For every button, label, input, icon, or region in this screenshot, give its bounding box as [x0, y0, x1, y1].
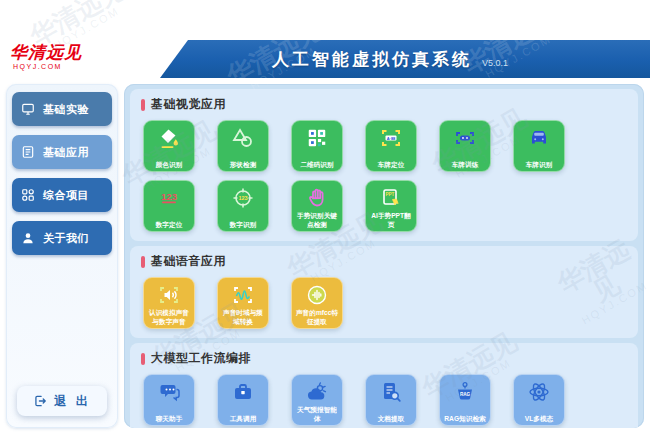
section-title: 基础视觉应用 — [151, 96, 226, 113]
qr-code-icon — [306, 125, 328, 151]
app-tile-label: 二维码识别 — [294, 160, 340, 169]
app-tile[interactable]: PPTAI手势PPT翻页 — [365, 180, 417, 232]
section-panel: 基础语音应用认识模拟声音与数字声音声音时域与频域转换声音的mfcc特征提取 — [130, 246, 638, 338]
shapes-icon — [231, 125, 255, 151]
app-tile[interactable]: 手势识别关键点检测 — [291, 180, 343, 232]
app-tile-label: 数字定位 — [146, 220, 192, 229]
app-tile-label: AI手势PPT翻页 — [368, 211, 414, 228]
app-tile[interactable]: VL多模态 — [513, 374, 565, 426]
app-tile-label: RAG知识检索 — [442, 414, 488, 423]
numbers-icon: 123 — [157, 185, 181, 211]
app-tile-label: 颜色识别 — [146, 160, 192, 169]
sidebar-item-label: 基础实验 — [43, 102, 89, 117]
sidebar-item-integrated-projects[interactable]: 综合项目 — [12, 178, 112, 212]
app-tile[interactable]: 二维码识别 — [291, 120, 343, 172]
ppt-icon: PPT — [379, 185, 403, 211]
svg-text:A·88: A·88 — [387, 136, 396, 141]
target-numbers-icon: 123 — [231, 185, 255, 211]
exit-button[interactable]: 退 出 — [17, 386, 107, 416]
app-tile[interactable]: 123数字定位 — [143, 180, 195, 232]
app-tile-label: 认识模拟声音与数字声音 — [146, 308, 192, 325]
app-tile[interactable]: 车牌识别 — [513, 120, 565, 172]
app-tile[interactable]: 车牌训练 — [439, 120, 491, 172]
sidebar-menu: 基础实验基础应用综合项目关于我们 — [12, 92, 112, 255]
svg-text:PPT: PPT — [386, 192, 395, 197]
tile-grid: 认识模拟声音与数字声音声音时域与频域转换声音的mfcc特征提取 — [141, 277, 627, 329]
grid-icon — [21, 188, 35, 202]
paint-bucket-icon — [157, 125, 181, 151]
version-label: V5.0.1 — [482, 58, 508, 68]
rag-box-icon: RAG — [453, 379, 477, 405]
section-header: 基础语音应用 — [141, 253, 627, 270]
sidebar-item-basic-experiments[interactable]: 基础实验 — [12, 92, 112, 126]
app-tile-label: 工具调用 — [220, 414, 266, 423]
app-tile-label: 形状检测 — [220, 160, 266, 169]
section-header: 基础视觉应用 — [141, 96, 627, 113]
exit-button-label: 退 出 — [54, 393, 90, 410]
app-tile-label: 手势识别关键点检测 — [294, 211, 340, 228]
tile-grid: 颜色识别形状检测二维码识别A·88车牌定位车牌训练车牌识别123数字定位123数… — [141, 120, 627, 232]
svg-text:123: 123 — [161, 191, 177, 202]
tile-grid: 聊天助手工具调用天气预报智能体文档提取RAGRAG知识检索VL多模态自定义 — [141, 374, 627, 428]
svg-text:123: 123 — [238, 195, 247, 201]
sidebar-item-about-us[interactable]: 关于我们 — [12, 221, 112, 255]
app-tile[interactable]: 文档提取 — [365, 374, 417, 426]
clipboard-icon — [21, 145, 35, 159]
section-accent-bar — [141, 99, 145, 111]
logo-subtitle: HQYJ.COM — [10, 63, 188, 71]
app-tile[interactable]: 天气预报智能体 — [291, 374, 343, 426]
app-tile-label: 车牌训练 — [442, 160, 488, 169]
app-tile[interactable]: 认识模拟声音与数字声音 — [143, 277, 195, 329]
hand-icon — [305, 185, 329, 211]
car-icon — [527, 125, 551, 151]
app-tile[interactable]: 工具调用 — [217, 374, 269, 426]
page-title: 人工智能虚拟仿真系统 — [272, 48, 472, 71]
app-tile-label: 天气预报智能体 — [294, 405, 340, 422]
sidebar-item-label: 基础应用 — [43, 145, 89, 160]
section-header: 大模型工作流编排 — [141, 350, 627, 367]
sidebar-item-label: 综合项目 — [43, 188, 89, 203]
waveform-icon — [231, 282, 255, 308]
atom-icon — [527, 379, 551, 405]
app-tile-label: 聊天助手 — [146, 414, 192, 423]
sidebar-item-basic-apps[interactable]: 基础应用 — [12, 135, 112, 169]
main-content: 基础视觉应用颜色识别形状检测二维码识别A·88车牌定位车牌训练车牌识别123数字… — [124, 84, 644, 428]
section-accent-bar — [141, 256, 145, 268]
section-panel: 大模型工作流编排聊天助手工具调用天气预报智能体文档提取RAGRAG知识检索VL多… — [130, 343, 638, 428]
app-tile[interactable]: 声音的mfcc特征提取 — [291, 277, 343, 329]
app-tile-label: 声音时域与频域转换 — [220, 308, 266, 325]
app-tile[interactable]: 聊天助手 — [143, 374, 195, 426]
section-panel: 基础视觉应用颜色识别形状检测二维码识别A·88车牌定位车牌训练车牌识别123数字… — [130, 89, 638, 241]
app-tile-label: 声音的mfcc特征提取 — [294, 308, 340, 325]
app-tile[interactable]: 颜色识别 — [143, 120, 195, 172]
app-tile[interactable]: RAGRAG知识检索 — [439, 374, 491, 426]
monitor-icon — [21, 102, 35, 116]
header-title-wrap: 人工智能虚拟仿真系统 V5.0.1 — [130, 40, 650, 78]
app-tile[interactable]: 123数字识别 — [217, 180, 269, 232]
speaker-icon — [157, 282, 181, 308]
sidebar-item-label: 关于我们 — [43, 231, 89, 246]
doc-search-icon — [379, 379, 403, 405]
logout-icon — [33, 394, 47, 408]
sidebar: 基础实验基础应用综合项目关于我们 退 出 — [6, 84, 118, 428]
header: 华清远见 HQYJ.COM 人工智能虚拟仿真系统 V5.0.1 — [0, 40, 650, 78]
app-tile-label: 文档提取 — [368, 414, 414, 423]
toolbox-icon — [231, 379, 255, 405]
weather-icon — [305, 379, 329, 405]
body-row: 基础实验基础应用综合项目关于我们 退 出 基础视觉应用颜色识别形状检测二维码识别… — [0, 78, 650, 428]
section-title: 大模型工作流编排 — [151, 350, 251, 367]
chat-icon — [157, 379, 181, 405]
app-tile-label: 数字识别 — [220, 220, 266, 229]
app-tile[interactable]: A·88车牌定位 — [365, 120, 417, 172]
app-window: 华清远见 HQYJ.COM 人工智能虚拟仿真系统 V5.0.1 基础实验基础应用… — [0, 40, 650, 428]
app-tile[interactable]: 形状检测 — [217, 120, 269, 172]
sound-circle-icon — [305, 282, 329, 308]
logo: 华清远见 HQYJ.COM — [0, 40, 188, 78]
user-icon — [21, 231, 35, 245]
plate-train-icon — [453, 125, 477, 151]
app-tile[interactable]: 声音时域与频域转换 — [217, 277, 269, 329]
plate-locate-icon: A·88 — [379, 125, 403, 151]
section-title: 基础语音应用 — [151, 253, 226, 270]
app-tile-label: VL多模态 — [516, 414, 562, 423]
app-tile-label: 车牌定位 — [368, 160, 414, 169]
